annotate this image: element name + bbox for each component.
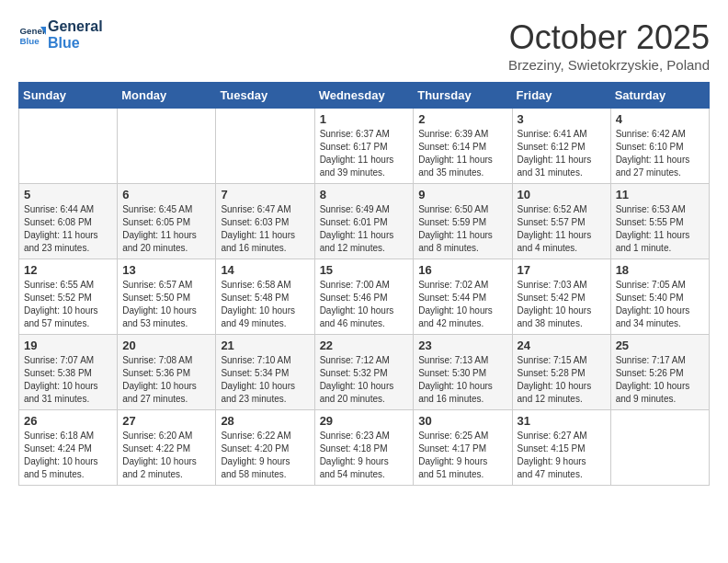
logo-icon: General Blue bbox=[18, 21, 46, 49]
calendar-cell: 18Sunrise: 7:05 AM Sunset: 5:40 PM Dayli… bbox=[610, 259, 709, 335]
calendar-week-5: 26Sunrise: 6:18 AM Sunset: 4:24 PM Dayli… bbox=[19, 410, 710, 486]
day-number: 23 bbox=[418, 339, 506, 352]
day-number: 17 bbox=[518, 263, 606, 277]
day-number: 15 bbox=[320, 263, 409, 277]
calendar-cell: 25Sunrise: 7:17 AM Sunset: 5:26 PM Dayli… bbox=[610, 335, 709, 410]
day-info: Sunrise: 7:12 AM Sunset: 5:32 PM Dayligh… bbox=[320, 354, 409, 406]
calendar-cell: 30Sunrise: 6:25 AM Sunset: 4:17 PM Dayli… bbox=[414, 410, 512, 486]
calendar-cell: 14Sunrise: 6:58 AM Sunset: 5:48 PM Dayli… bbox=[216, 259, 314, 335]
calendar-cell: 21Sunrise: 7:10 AM Sunset: 5:34 PM Dayli… bbox=[216, 335, 314, 410]
calendar-table: Sunday Monday Tuesday Wednesday Thursday… bbox=[18, 82, 710, 486]
calendar-cell: 9Sunrise: 6:50 AM Sunset: 5:59 PM Daylig… bbox=[414, 184, 512, 259]
day-info: Sunrise: 6:45 AM Sunset: 6:05 PM Dayligh… bbox=[122, 203, 210, 255]
day-info: Sunrise: 6:23 AM Sunset: 4:18 PM Dayligh… bbox=[320, 430, 409, 481]
calendar-cell: 26Sunrise: 6:18 AM Sunset: 4:24 PM Dayli… bbox=[19, 410, 118, 486]
logo-blue: Blue bbox=[48, 35, 103, 52]
calendar-cell: 8Sunrise: 6:49 AM Sunset: 6:01 PM Daylig… bbox=[314, 184, 414, 259]
calendar-cell: 23Sunrise: 7:13 AM Sunset: 5:30 PM Dayli… bbox=[414, 335, 512, 410]
calendar-cell: 19Sunrise: 7:07 AM Sunset: 5:38 PM Dayli… bbox=[19, 335, 118, 410]
calendar-cell: 15Sunrise: 7:00 AM Sunset: 5:46 PM Dayli… bbox=[314, 259, 414, 335]
calendar-cell bbox=[216, 109, 314, 184]
calendar-cell: 6Sunrise: 6:45 AM Sunset: 6:05 PM Daylig… bbox=[118, 184, 216, 259]
calendar-cell: 2Sunrise: 6:39 AM Sunset: 6:14 PM Daylig… bbox=[414, 109, 512, 184]
calendar-cell: 3Sunrise: 6:41 AM Sunset: 6:12 PM Daylig… bbox=[512, 109, 610, 184]
day-number: 25 bbox=[616, 339, 704, 352]
logo: General Blue General Blue bbox=[18, 18, 103, 51]
calendar-cell: 31Sunrise: 6:27 AM Sunset: 4:15 PM Dayli… bbox=[512, 410, 610, 486]
day-info: Sunrise: 6:50 AM Sunset: 5:59 PM Dayligh… bbox=[418, 203, 506, 255]
calendar-cell: 1Sunrise: 6:37 AM Sunset: 6:17 PM Daylig… bbox=[314, 109, 414, 184]
calendar-cell: 11Sunrise: 6:53 AM Sunset: 5:55 PM Dayli… bbox=[610, 184, 709, 259]
day-info: Sunrise: 6:49 AM Sunset: 6:01 PM Dayligh… bbox=[320, 203, 409, 255]
calendar-cell: 20Sunrise: 7:08 AM Sunset: 5:36 PM Dayli… bbox=[118, 335, 216, 410]
calendar-cell: 16Sunrise: 7:02 AM Sunset: 5:44 PM Dayli… bbox=[414, 259, 512, 335]
day-number: 12 bbox=[24, 263, 112, 277]
day-info: Sunrise: 7:10 AM Sunset: 5:34 PM Dayligh… bbox=[221, 354, 309, 406]
day-number: 20 bbox=[122, 339, 210, 352]
day-number: 3 bbox=[518, 112, 606, 126]
calendar-cell bbox=[118, 109, 216, 184]
day-number: 16 bbox=[418, 263, 506, 277]
day-number: 6 bbox=[122, 188, 210, 201]
day-number: 1 bbox=[320, 112, 409, 126]
day-number: 22 bbox=[320, 339, 409, 352]
day-number: 19 bbox=[24, 339, 112, 352]
day-info: Sunrise: 6:25 AM Sunset: 4:17 PM Dayligh… bbox=[418, 430, 506, 481]
day-info: Sunrise: 6:55 AM Sunset: 5:52 PM Dayligh… bbox=[24, 279, 112, 330]
day-number: 8 bbox=[320, 188, 409, 201]
calendar-cell: 28Sunrise: 6:22 AM Sunset: 4:20 PM Dayli… bbox=[216, 410, 314, 486]
day-info: Sunrise: 7:07 AM Sunset: 5:38 PM Dayligh… bbox=[24, 354, 112, 406]
day-number: 11 bbox=[616, 188, 704, 201]
calendar-cell bbox=[19, 109, 118, 184]
calendar-week-4: 19Sunrise: 7:07 AM Sunset: 5:38 PM Dayli… bbox=[19, 335, 710, 410]
calendar-cell: 10Sunrise: 6:52 AM Sunset: 5:57 PM Dayli… bbox=[512, 184, 610, 259]
calendar-cell: 7Sunrise: 6:47 AM Sunset: 6:03 PM Daylig… bbox=[216, 184, 314, 259]
day-info: Sunrise: 6:37 AM Sunset: 6:17 PM Dayligh… bbox=[320, 128, 409, 179]
day-info: Sunrise: 6:58 AM Sunset: 5:48 PM Dayligh… bbox=[221, 279, 309, 330]
header-thursday: Thursday bbox=[414, 83, 512, 109]
svg-text:Blue: Blue bbox=[20, 35, 40, 45]
title-block: October 2025 Brzeziny, Swietokrzyskie, P… bbox=[508, 18, 710, 73]
day-number: 14 bbox=[221, 263, 309, 277]
day-info: Sunrise: 6:20 AM Sunset: 4:22 PM Dayligh… bbox=[122, 430, 210, 481]
day-number: 27 bbox=[122, 414, 210, 428]
header-friday: Friday bbox=[512, 83, 610, 109]
header-monday: Monday bbox=[118, 83, 216, 109]
day-info: Sunrise: 6:52 AM Sunset: 5:57 PM Dayligh… bbox=[518, 203, 606, 255]
calendar-week-1: 1Sunrise: 6:37 AM Sunset: 6:17 PM Daylig… bbox=[19, 109, 710, 184]
calendar-cell bbox=[610, 410, 709, 486]
day-number: 18 bbox=[616, 263, 704, 277]
header-tuesday: Tuesday bbox=[216, 83, 314, 109]
logo-general: General bbox=[48, 18, 103, 35]
day-number: 4 bbox=[616, 112, 704, 126]
location: Brzeziny, Swietokrzyskie, Poland bbox=[508, 57, 710, 73]
day-info: Sunrise: 6:18 AM Sunset: 4:24 PM Dayligh… bbox=[24, 430, 112, 481]
day-number: 10 bbox=[518, 188, 606, 201]
day-info: Sunrise: 6:42 AM Sunset: 6:10 PM Dayligh… bbox=[616, 128, 704, 179]
day-info: Sunrise: 6:22 AM Sunset: 4:20 PM Dayligh… bbox=[221, 430, 309, 481]
day-info: Sunrise: 6:44 AM Sunset: 6:08 PM Dayligh… bbox=[24, 203, 112, 255]
day-number: 28 bbox=[221, 414, 309, 428]
day-info: Sunrise: 7:02 AM Sunset: 5:44 PM Dayligh… bbox=[418, 279, 506, 330]
calendar-cell: 29Sunrise: 6:23 AM Sunset: 4:18 PM Dayli… bbox=[314, 410, 414, 486]
day-number: 9 bbox=[418, 188, 506, 201]
header-sunday: Sunday bbox=[19, 83, 118, 109]
day-number: 31 bbox=[518, 414, 606, 428]
calendar-cell: 5Sunrise: 6:44 AM Sunset: 6:08 PM Daylig… bbox=[19, 184, 118, 259]
calendar-header-row: Sunday Monday Tuesday Wednesday Thursday… bbox=[19, 83, 710, 109]
day-info: Sunrise: 7:08 AM Sunset: 5:36 PM Dayligh… bbox=[122, 354, 210, 406]
day-number: 7 bbox=[221, 188, 309, 201]
day-info: Sunrise: 7:00 AM Sunset: 5:46 PM Dayligh… bbox=[320, 279, 409, 330]
calendar-cell: 24Sunrise: 7:15 AM Sunset: 5:28 PM Dayli… bbox=[512, 335, 610, 410]
day-info: Sunrise: 7:13 AM Sunset: 5:30 PM Dayligh… bbox=[418, 354, 506, 406]
day-info: Sunrise: 6:41 AM Sunset: 6:12 PM Dayligh… bbox=[518, 128, 606, 179]
header-wednesday: Wednesday bbox=[314, 83, 414, 109]
calendar-cell: 22Sunrise: 7:12 AM Sunset: 5:32 PM Dayli… bbox=[314, 335, 414, 410]
calendar-week-2: 5Sunrise: 6:44 AM Sunset: 6:08 PM Daylig… bbox=[19, 184, 710, 259]
calendar-cell: 12Sunrise: 6:55 AM Sunset: 5:52 PM Dayli… bbox=[19, 259, 118, 335]
day-info: Sunrise: 7:05 AM Sunset: 5:40 PM Dayligh… bbox=[616, 279, 704, 330]
month-title: October 2025 bbox=[508, 18, 710, 57]
day-info: Sunrise: 6:27 AM Sunset: 4:15 PM Dayligh… bbox=[518, 430, 606, 481]
day-info: Sunrise: 6:57 AM Sunset: 5:50 PM Dayligh… bbox=[122, 279, 210, 330]
day-number: 30 bbox=[418, 414, 506, 428]
